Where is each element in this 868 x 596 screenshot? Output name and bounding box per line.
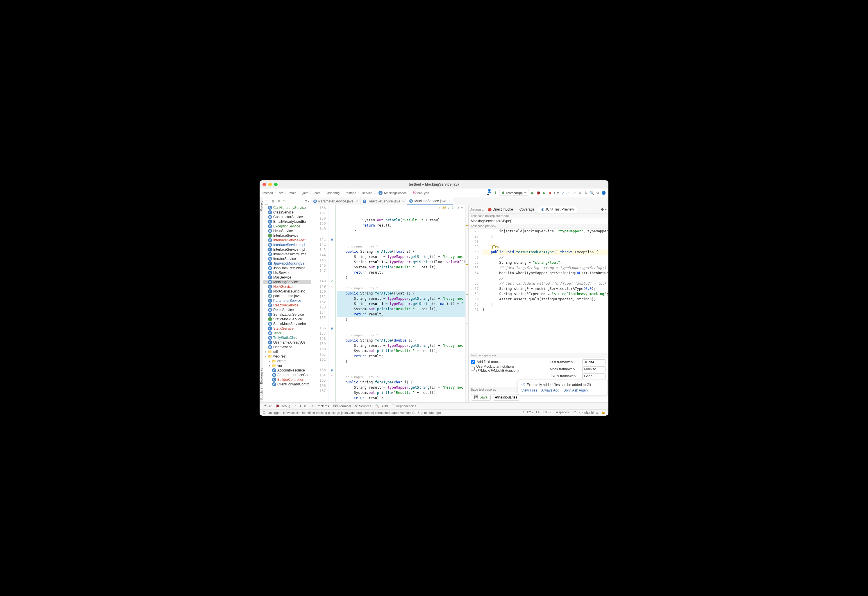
tree-item[interactable]: ReactiveService <box>263 303 311 308</box>
tree-item[interactable]: UsernameAlreadyUs <box>263 340 311 345</box>
add-mocks-checkbox[interactable]: Add field mocks <box>471 360 544 364</box>
project-tree[interactable]: CallHierarchyServiceClassServiceConstruc… <box>263 205 311 402</box>
expand-icon[interactable]: ⇅ <box>282 199 287 203</box>
tab-coverage[interactable]: Coverage <box>516 206 537 212</box>
tree-item[interactable]: TestX <box>263 331 311 335</box>
editor-tab[interactable]: ReactiveService.java× <box>361 197 407 205</box>
tab-junit-preview[interactable]: ◐JUnit Test Preview <box>538 206 577 213</box>
tree-item[interactable]: ParameterService <box>263 298 311 303</box>
json-fw-select[interactable]: Gson <box>582 373 605 379</box>
tree-folder[interactable]: ▸ 📁 vm <box>263 363 311 368</box>
editor-tab[interactable]: MockingService.java× <box>407 197 453 205</box>
user-icon[interactable]: 👤▾ <box>488 191 492 195</box>
tree-item[interactable]: NotAServiceSingleto <box>263 289 311 294</box>
dont-ask-link[interactable]: Don't Ask Again <box>563 388 588 392</box>
history-icon[interactable]: ↺ <box>578 191 582 195</box>
tree-item[interactable]: JsonBackRefService <box>263 266 311 270</box>
tree-item[interactable]: AccountResource <box>263 368 311 373</box>
use-mockito-checkbox[interactable]: Use Mockito annotations (@Mock/@MockExte… <box>471 364 544 373</box>
save-button[interactable]: 💾Save <box>471 394 491 401</box>
run-icon[interactable]: ▶ <box>531 191 535 195</box>
target-icon[interactable]: ⊕ <box>271 199 275 203</box>
tree-item[interactable]: NotAService <box>263 284 311 289</box>
tree-item[interactable]: StaticMockService <box>263 317 311 322</box>
tree-item[interactable]: StaticService <box>263 326 311 331</box>
branch-icon[interactable]: ⎇ <box>572 410 576 415</box>
git-update-icon[interactable]: ↙ <box>561 191 565 195</box>
tree-item[interactable]: InterfaceServiceAbst <box>263 238 311 242</box>
bottom-tab-todo[interactable]: ✓TODO <box>294 404 307 408</box>
tree-item[interactable]: EmailAlreadyUsedEx <box>263 219 311 224</box>
panel-hide-icon[interactable]: − <box>605 207 607 211</box>
stop-icon[interactable]: ■ <box>548 191 552 195</box>
tree-item[interactable]: InterfaceServiceImpl <box>263 242 311 247</box>
bottom-tab-build[interactable]: 🔨Build <box>375 404 387 408</box>
debug-icon[interactable]: 🐞 <box>537 191 541 195</box>
tab-direct-invoke[interactable]: ⬤Direct Invoke <box>485 206 516 212</box>
warning-badge[interactable]: ⚠ 36 <box>438 206 446 210</box>
tree-item[interactable]: InvalidPasswordExce <box>263 252 311 257</box>
run-config-selector[interactable]: ⬢ TestbedApp ▼ <box>499 190 529 195</box>
editor-tab[interactable]: ParameterService.java× <box>311 197 361 205</box>
tree-item[interactable]: HelloService <box>263 229 311 233</box>
indent[interactable]: 4 spaces <box>556 410 569 415</box>
mock-fw-select[interactable]: Mockito <box>582 366 605 372</box>
tree-item[interactable]: TrulyStaticClass <box>263 335 311 340</box>
down-icon[interactable]: ∨ <box>461 206 463 210</box>
test-fw-select[interactable]: JUnit4 <box>582 359 605 365</box>
breadcrumb[interactable]: testbed〉src〉main〉java〉com〉videobug〉testb… <box>263 190 429 195</box>
tree-item[interactable]: StaticMockServiceIm <box>263 322 311 326</box>
save-path-input[interactable] <box>493 394 519 401</box>
gutter-icons[interactable]: ◉✦✦✓✦✦◉✦◉✦ <box>328 205 336 402</box>
lock-icon[interactable]: 🔒 <box>602 410 605 415</box>
bookmarks-tab[interactable]: Bookmarks <box>260 368 263 384</box>
plugin-icon[interactable]: 🔵 <box>602 191 605 195</box>
panel-gear-icon[interactable]: ⚙ <box>601 207 604 211</box>
tree-item[interactable]: RedisService <box>263 308 311 312</box>
collapse-icon[interactable]: ≡ <box>277 199 281 203</box>
main-editor[interactable]: 1361371381391401411421431441451461471481… <box>311 205 468 402</box>
tree-item[interactable]: SerializationService <box>263 312 311 317</box>
git-push-icon[interactable]: ↗ <box>572 191 577 195</box>
tree-item[interactable]: ListService <box>263 270 311 275</box>
coverage-icon[interactable]: ▶ <box>543 191 547 195</box>
code-area[interactable]: ⚠ 36 ✔ 14 ∧ ∨ System.out.println("Result… <box>336 205 466 402</box>
check-badge[interactable]: ✔ 14 <box>448 206 456 210</box>
search-icon[interactable]: 🔍 <box>590 191 594 195</box>
more-tabs-icon[interactable]: ⌄ <box>599 200 602 203</box>
encoding[interactable]: UTF-8 <box>543 410 552 415</box>
structure-tab[interactable]: Structure <box>260 388 263 401</box>
tree-item[interactable]: InterfaceService <box>263 233 311 238</box>
close-window[interactable] <box>263 183 266 186</box>
settings-icon[interactable]: ⚙▾ <box>305 199 309 203</box>
panel-options-icon[interactable]: ⌄ <box>598 208 600 211</box>
bottom-tab-debug[interactable]: 🐞Debug <box>276 404 290 408</box>
tree-item[interactable]: MockingService <box>263 280 311 284</box>
redo-icon[interactable]: ↻ <box>584 191 588 195</box>
view-files-link[interactable]: View Files <box>522 388 537 392</box>
tree-item[interactable]: UserService <box>263 345 311 350</box>
tree-item[interactable]: ClassService <box>263 210 311 215</box>
bottom-tab-services[interactable]: ⚙Services <box>355 404 371 408</box>
tree-item[interactable]: MailService <box>263 275 311 280</box>
tree-item[interactable]: InterfaceServiceImpl <box>263 247 311 252</box>
git-commit-icon[interactable]: ✓ <box>566 191 571 195</box>
hammer-icon[interactable]: ⬇ <box>493 191 497 195</box>
tree-item[interactable]: ExceptionService <box>263 224 311 229</box>
preview-editor[interactable]: 26272829303132333435363738394041 injectF… <box>469 229 608 353</box>
tree-folder[interactable]: ▸ 📁 util <box>263 350 311 354</box>
project-tab[interactable]: Project <box>260 201 263 211</box>
tree-item[interactable]: JpaRepoMockingSer <box>263 261 311 266</box>
bottom-tab-git[interactable]: ⎇Git <box>263 404 272 408</box>
always-add-link[interactable]: Always Add <box>541 388 559 392</box>
gear-icon[interactable]: ⚙ <box>596 191 600 195</box>
preview-code[interactable]: injectField(mockingService, "typeMapper"… <box>481 229 608 353</box>
bottom-tab-problems[interactable]: ⚠Problems <box>311 404 329 408</box>
inlay-hints[interactable]: ⓘ inlay-hints <box>579 410 598 415</box>
tree-item[interactable]: BuilderController <box>263 377 311 382</box>
status-square-icon[interactable]: ☐ <box>263 411 265 415</box>
cursor-position[interactable]: 151:25 <box>523 410 533 415</box>
up-icon[interactable]: ∧ <box>457 206 459 210</box>
tree-item[interactable]: ConstructorService <box>263 215 311 219</box>
tree-item[interactable]: ClientForwardContro <box>263 382 311 387</box>
